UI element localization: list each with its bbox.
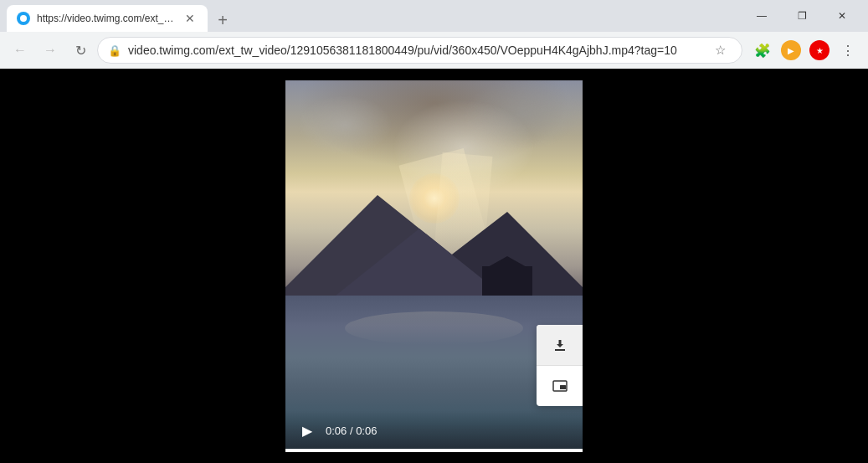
- mountain-mid: [336, 229, 503, 296]
- close-button[interactable]: ✕: [823, 3, 861, 29]
- building-silhouette: [482, 266, 532, 296]
- ext-label-1: ▶: [788, 46, 794, 55]
- water-reflection: [345, 311, 523, 345]
- tab-favicon: [17, 12, 30, 25]
- address-bar[interactable]: 🔒 video.twimg.com/ext_tw_video/129105638…: [97, 37, 742, 64]
- menu-dots-icon: ⋮: [841, 43, 855, 59]
- menu-button[interactable]: ⋮: [835, 37, 861, 64]
- video-controls: ▶ 0:06 / 0:06: [285, 410, 583, 452]
- new-tab-button[interactable]: +: [211, 8, 234, 32]
- bookmark-button[interactable]: ☆: [708, 39, 732, 62]
- progress-bar[interactable]: [285, 449, 583, 452]
- tab-area: https://video.twimg.com/ext_tw... ✕ +: [7, 0, 739, 32]
- ext-icon-orange: ▶: [781, 40, 801, 60]
- active-tab[interactable]: https://video.twimg.com/ext_tw... ✕: [7, 5, 208, 32]
- forward-button[interactable]: →: [37, 37, 64, 64]
- browser-frame: https://video.twimg.com/ext_tw... ✕ + — …: [0, 0, 868, 463]
- ext-icon-1[interactable]: ▶: [778, 37, 804, 64]
- download-icon: [550, 335, 570, 355]
- maximize-button[interactable]: ❐: [783, 3, 821, 29]
- nav-bar: ← → ↻ 🔒 video.twimg.com/ext_tw_video/129…: [0, 32, 868, 69]
- puzzle-icon: 🧩: [754, 43, 771, 59]
- url-text: video.twimg.com/ext_tw_video/12910563811…: [128, 44, 701, 57]
- svg-rect-1: [560, 385, 566, 389]
- tab-title: https://video.twimg.com/ext_tw...: [37, 13, 176, 24]
- page-content: ▶ 0:06 / 0:06 Download: [0, 69, 868, 463]
- toolbar-icons: 🧩 ▶ ★ ⋮: [749, 37, 861, 64]
- tab-close-button[interactable]: ✕: [182, 11, 198, 26]
- window-controls: — ❐ ✕: [742, 3, 861, 29]
- context-menu: Download Picture in picture: [537, 325, 583, 406]
- menu-item-pip[interactable]: Picture in picture: [537, 366, 583, 406]
- title-bar: https://video.twimg.com/ext_tw... ✕ + — …: [0, 0, 868, 32]
- menu-item-download[interactable]: Download: [537, 325, 583, 365]
- video-container[interactable]: ▶ 0:06 / 0:06 Download: [285, 80, 583, 452]
- ext-label-2: ★: [816, 46, 824, 55]
- reload-button[interactable]: ↻: [67, 37, 94, 64]
- mountains: [285, 184, 583, 296]
- time-display: 0:06 / 0:06: [326, 424, 377, 437]
- address-actions: ☆: [708, 39, 732, 62]
- minimize-button[interactable]: —: [742, 3, 781, 29]
- ext-icon-red: ★: [809, 40, 829, 60]
- lock-icon: 🔒: [108, 44, 121, 57]
- pip-icon: [550, 376, 570, 396]
- ext-icon-2[interactable]: ★: [806, 37, 833, 64]
- back-button[interactable]: ←: [7, 37, 33, 64]
- extensions-button[interactable]: 🧩: [749, 37, 776, 64]
- progress-fill: [285, 449, 583, 452]
- play-button[interactable]: ▶: [295, 419, 319, 443]
